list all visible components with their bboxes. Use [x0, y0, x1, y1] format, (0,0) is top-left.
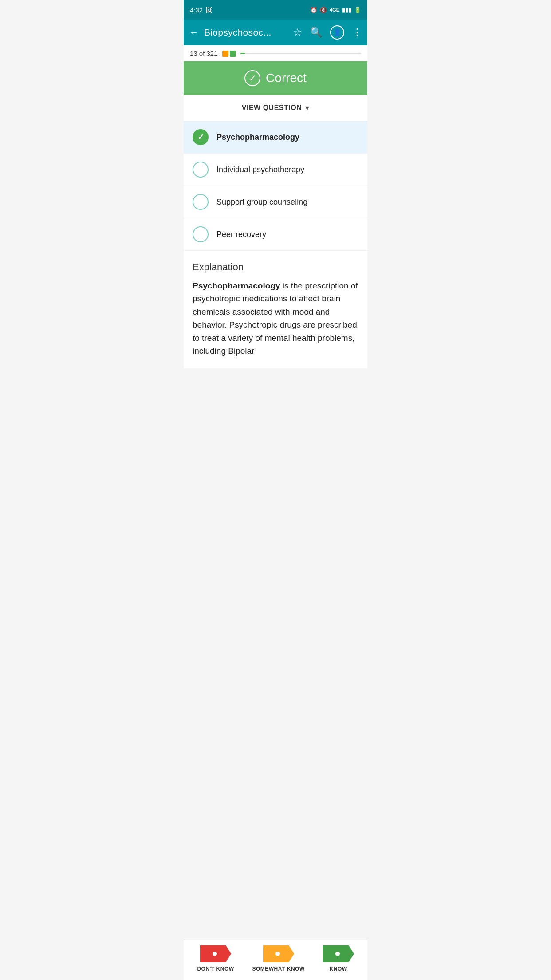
- progress-indicator: [222, 51, 236, 57]
- mute-icon: 🔇: [320, 7, 327, 13]
- answer-text-4: Peer recovery: [216, 230, 266, 239]
- progress-label: 13 of 321: [190, 50, 218, 57]
- progress-bar-fill: [240, 53, 245, 54]
- answer-item[interactable]: ✓ Psychopharmacology: [184, 121, 367, 154]
- radio-unselected-icon: [193, 162, 209, 178]
- explanation-section: Explanation Psychopharmacology is the pr…: [184, 251, 367, 368]
- view-question-row[interactable]: VIEW QUESTION ▾: [184, 95, 367, 121]
- status-bar: 4:32 🖼 ⏰ 🔇 4GE ▮▮▮ 🔋: [184, 0, 367, 20]
- more-button[interactable]: ⋮: [352, 28, 362, 37]
- status-time: 4:32 🖼: [190, 6, 212, 14]
- answer-item[interactable]: Support group counseling: [184, 186, 367, 218]
- wifi-lte-icon: 4GE: [330, 7, 339, 12]
- chevron-down-icon: ▾: [305, 103, 309, 113]
- answer-text-2: Individual psychotherapy: [216, 165, 304, 174]
- alarm-icon: ⏰: [310, 7, 317, 13]
- time-display: 4:32: [190, 6, 203, 14]
- explanation-title: Explanation: [193, 261, 358, 273]
- view-question-label: VIEW QUESTION: [242, 104, 302, 112]
- explanation-body: Psychopharmacology is the prescription o…: [193, 279, 358, 358]
- progress-bar: [240, 53, 361, 54]
- star-button[interactable]: ☆: [293, 28, 302, 37]
- radio-correct-icon: ✓: [193, 129, 209, 145]
- progress-dot-orange: [222, 51, 228, 57]
- correct-check-icon: ✓: [244, 70, 260, 86]
- app-bar-icons: ☆ 🔍 👤 ⋮: [293, 25, 362, 40]
- radio-unselected-icon: [193, 194, 209, 210]
- progress-dot-green: [230, 51, 236, 57]
- user-icon: 👤: [333, 28, 342, 36]
- battery-icon: 🔋: [354, 7, 361, 13]
- app-title: Biopsychosoc...: [204, 27, 288, 38]
- answer-item[interactable]: Peer recovery: [184, 218, 367, 251]
- image-icon: 🖼: [205, 6, 212, 14]
- correct-banner: ✓ Correct: [184, 61, 367, 95]
- search-button[interactable]: 🔍: [310, 28, 322, 37]
- correct-text: Correct: [266, 71, 307, 85]
- answer-text-3: Support group counseling: [216, 198, 307, 207]
- check-mark: ✓: [197, 132, 204, 142]
- answer-text-1: Psychopharmacology: [216, 133, 299, 142]
- user-button[interactable]: 👤: [330, 25, 344, 40]
- explanation-bold: Psychopharmacology: [193, 281, 280, 290]
- answers-section: ✓ Psychopharmacology Individual psychoth…: [184, 121, 367, 251]
- signal-icon: ▮▮▮: [342, 7, 351, 13]
- app-bar: ← Biopsychosoc... ☆ 🔍 👤 ⋮: [184, 20, 367, 45]
- answer-item[interactable]: Individual psychotherapy: [184, 154, 367, 186]
- progress-area: 13 of 321: [184, 45, 367, 61]
- radio-unselected-icon: [193, 226, 209, 242]
- status-icons: ⏰ 🔇 4GE ▮▮▮ 🔋: [310, 7, 361, 13]
- back-button[interactable]: ←: [189, 28, 199, 37]
- explanation-rest: is the prescription of psychotropic medi…: [193, 281, 358, 356]
